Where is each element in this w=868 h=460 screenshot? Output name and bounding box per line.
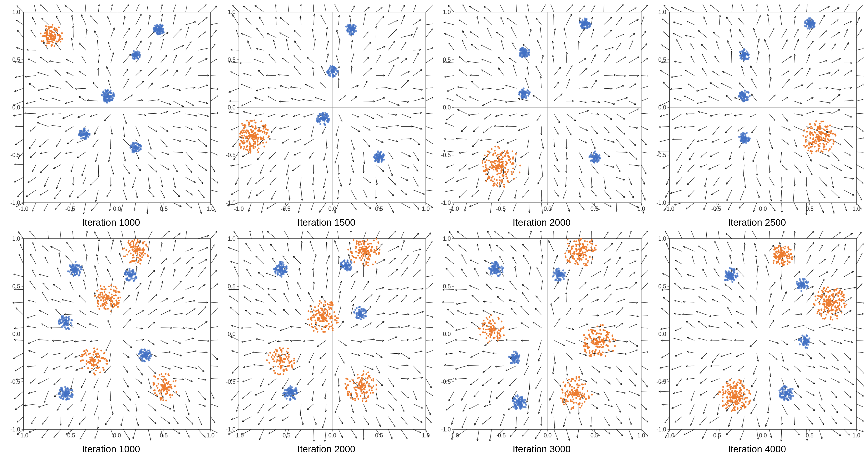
plot-canvas-container-4 [4,231,218,442]
plot-canvas-container-2 [435,4,648,215]
plot-title-4: Iteration 1000 [82,444,140,455]
plot-cell-5: Iteration 2000 [220,231,433,456]
plot-canvas-7 [651,231,864,442]
plot-canvas-6 [435,231,648,442]
plot-cell-7: Iteration 4000 [651,231,864,456]
plot-title-3: Iteration 2500 [728,217,786,228]
plot-canvas-0 [4,4,218,215]
plot-title-6: Iteration 3000 [513,444,571,455]
plot-cell-2: Iteration 2000 [435,4,648,229]
plot-cell-1: Iteration 1500 [220,4,433,229]
plot-cell-4: Iteration 1000 [4,231,218,456]
plot-title-2: Iteration 2000 [513,217,571,228]
plot-canvas-container-5 [220,231,433,442]
plot-title-0: Iteration 1000 [82,217,140,228]
plot-canvas-container-3 [651,4,864,215]
main-grid: Iteration 1000Iteration 1500Iteration 20… [0,0,868,460]
plot-canvas-container-0 [4,4,218,215]
plot-canvas-container-7 [651,231,864,442]
plot-cell-0: Iteration 1000 [4,4,218,229]
plot-title-7: Iteration 4000 [728,444,786,455]
plot-title-1: Iteration 1500 [297,217,355,228]
plot-canvas-container-1 [220,4,433,215]
plot-canvas-4 [4,231,218,442]
plot-canvas-3 [651,4,864,215]
plot-title-5: Iteration 2000 [297,444,355,455]
plot-canvas-5 [220,231,433,442]
plot-canvas-1 [220,4,433,215]
plot-canvas-container-6 [435,231,648,442]
plot-canvas-2 [435,4,648,215]
plot-cell-3: Iteration 2500 [651,4,864,229]
plot-cell-6: Iteration 3000 [435,231,648,456]
